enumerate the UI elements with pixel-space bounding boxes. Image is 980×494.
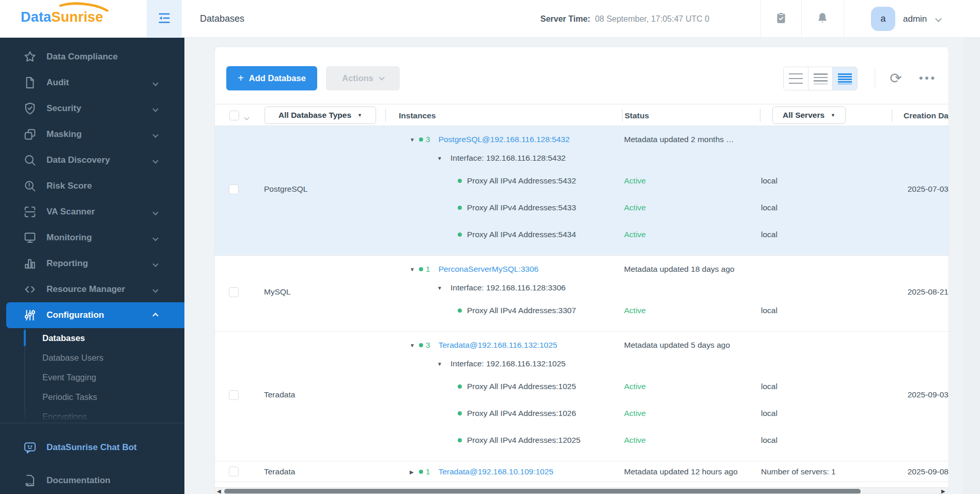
sidebar-item-security[interactable]: Security [0, 96, 184, 121]
database-type-label: PostgreSQL [264, 184, 307, 194]
refresh-button[interactable]: ⟳ [885, 66, 906, 90]
caret-expanded-icon[interactable]: ▼ [410, 137, 419, 143]
tasks-button[interactable] [766, 0, 797, 38]
sidebar-subitem-periodic-tasks[interactable]: Periodic Tasks [0, 387, 184, 407]
select-options-chevron[interactable] [245, 112, 248, 121]
scroll-left-arrow-icon[interactable]: ◀ [217, 488, 221, 494]
view-loose-button[interactable] [784, 67, 808, 90]
caret-expanded-icon[interactable]: ▼ [437, 156, 446, 161]
scroll-right-arrow-icon[interactable]: ▶ [941, 488, 945, 494]
proxy-status[interactable]: Active [624, 306, 646, 315]
proxy-label: Proxy All IPv4 Addresses:5433 [467, 203, 576, 212]
status-cell: Metadata updated 2 months …ActiveActiveA… [623, 126, 760, 255]
sidebar-item-documentation[interactable]: DOCDocumentation [0, 468, 184, 493]
row-checkbox[interactable] [229, 467, 239, 476]
table-row[interactable]: MySQL▼1PerconaServerMySQL:3306▼Interface… [215, 256, 949, 332]
row-checkbox[interactable] [229, 184, 239, 194]
instance-line: ▼3PostgreSQL@192.168.116.128:5432 [385, 130, 623, 149]
proxy-status[interactable]: Active [624, 230, 646, 239]
proxy-status[interactable]: Active [624, 409, 646, 418]
proxy-status[interactable]: Active [624, 382, 646, 391]
status-line: Active [623, 400, 760, 427]
notifications-button[interactable] [807, 0, 838, 38]
sidebar-subitem-database-users[interactable]: Database Users [0, 348, 184, 367]
instance-link[interactable]: PerconaServerMySQL:3306 [439, 265, 539, 274]
caret-collapsed-icon[interactable]: ▶ [410, 469, 419, 475]
table-row[interactable]: Teradata▶1Teradata@192.168.10.109:1025Me… [215, 461, 949, 482]
sidebar-item-va-scanner[interactable]: VA Scanner [0, 199, 184, 225]
column-header-status: Status [625, 104, 649, 127]
avatar-initial: a [880, 13, 885, 24]
caret-expanded-icon[interactable]: ▼ [410, 343, 419, 348]
view-dense-button[interactable] [832, 67, 857, 90]
online-dot-icon [458, 308, 462, 313]
actions-button[interactable]: Actions [326, 66, 400, 90]
sidebar-item-data-discovery[interactable]: Data Discovery [0, 147, 184, 173]
table-row[interactable]: PostgreSQL▼3PostgreSQL@192.168.116.128:5… [215, 126, 949, 256]
sidebar-item-configuration[interactable]: Configuration [6, 302, 184, 328]
sidebar-item-masking[interactable]: Masking [0, 121, 184, 147]
status-line: Metadata updated 18 days ago [623, 260, 760, 279]
caret-expanded-icon[interactable]: ▼ [437, 285, 446, 291]
server-line [760, 149, 892, 167]
sidebar-item-datasunrise-chat-bot[interactable]: DataSunrise Chat Bot [0, 435, 184, 460]
page-gutter [963, 38, 980, 494]
sidebar-collapse-button[interactable] [147, 0, 182, 38]
select-all-checkbox[interactable] [229, 111, 239, 120]
chevron-up-icon [153, 311, 158, 320]
row-checkbox[interactable] [229, 390, 239, 400]
table-row[interactable]: Teradata▼3Teradata@192.168.116.132:1025▼… [215, 332, 949, 461]
header-divider [760, 109, 760, 122]
sidebar-item-resource-manager[interactable]: Resource Manager [0, 276, 184, 302]
add-database-label: Add Database [249, 73, 306, 83]
caret-expanded-icon[interactable]: ▼ [437, 361, 446, 367]
chevron-down-icon[interactable] [935, 16, 942, 22]
scrollbar-thumb[interactable] [224, 489, 861, 494]
interface-label: Interface: 192.168.116.128:3306 [450, 283, 566, 292]
interface-line: ▼Interface: 192.168.116.128:5432 [385, 149, 623, 167]
chat-icon [22, 440, 38, 455]
more-options-button[interactable]: ••• [913, 66, 942, 90]
proxy-status[interactable]: Active [624, 436, 646, 445]
table-header: All Database Types ▼ Instances Status Al… [215, 104, 949, 126]
topbar-divider [760, 0, 761, 38]
chevron-down-icon [379, 74, 384, 80]
sidebar-item-data-compliance[interactable]: Data Compliance [0, 44, 184, 70]
chevron-down-icon [153, 259, 158, 268]
sidebar-item-monitoring[interactable]: Monitoring [0, 225, 184, 251]
database-type-cell: PostgreSQL [259, 126, 385, 255]
sidebar-subitem-encryptions[interactable]: Encryptions [0, 407, 184, 423]
server-label: local [761, 436, 777, 445]
add-database-button[interactable]: + Add Database [226, 66, 317, 90]
status-line: Active [623, 221, 760, 248]
logo[interactable]: DataSunrise [21, 9, 103, 25]
caret-expanded-icon[interactable]: ▼ [410, 267, 419, 272]
shield-icon [22, 101, 38, 116]
instance-link[interactable]: Teradata@192.168.116.132:1025 [439, 341, 557, 350]
bell-icon [816, 11, 829, 27]
row-checkbox[interactable] [229, 287, 239, 297]
outdent-icon [157, 10, 172, 28]
proxy-status[interactable]: Active [624, 176, 646, 186]
sidebar-subitem-databases[interactable]: Databases [0, 328, 184, 348]
instance-link[interactable]: PostgreSQL@192.168.116.128:5432 [439, 135, 570, 144]
svg-text:DOC: DOC [25, 482, 35, 487]
database-type-filter-label: All Database Types [278, 111, 351, 120]
database-type-cell: Teradata [259, 332, 385, 461]
status-line: Metadata updated 12 hours ago [623, 461, 760, 482]
user-menu[interactable]: admin [903, 0, 927, 38]
avatar[interactable]: a [871, 7, 895, 31]
online-dot-icon [458, 438, 462, 442]
sidebar-item-audit[interactable]: Audit [0, 70, 184, 96]
sidebar-item-reporting[interactable]: Reporting [0, 251, 184, 276]
database-type-filter[interactable]: All Database Types ▼ [265, 106, 376, 124]
chevron-down-icon [153, 285, 158, 294]
horizontal-scrollbar[interactable]: ◀ ▶ [215, 487, 949, 494]
database-type-label: MySQL [264, 287, 291, 297]
instance-link[interactable]: Teradata@192.168.10.109:1025 [439, 467, 554, 476]
servers-filter[interactable]: All Servers ▼ [772, 106, 846, 124]
sidebar-subitem-event-tagging[interactable]: Event Tagging [0, 367, 184, 387]
view-medium-button[interactable] [808, 67, 833, 90]
sidebar-item-risk-score[interactable]: Risk Score [0, 173, 184, 199]
proxy-status[interactable]: Active [624, 203, 646, 212]
